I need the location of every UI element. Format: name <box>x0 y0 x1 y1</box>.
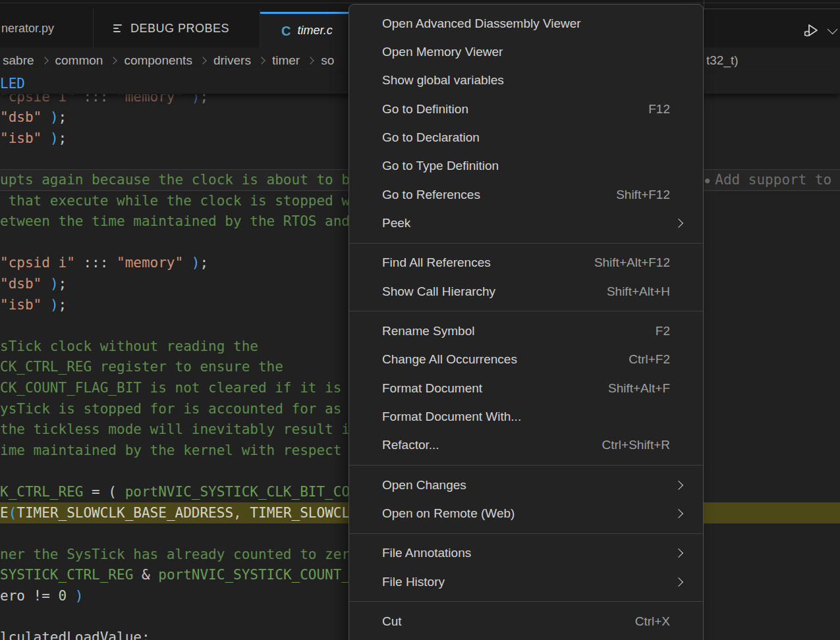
menu-item-shortcut: F12 <box>648 102 685 117</box>
menu-separator <box>349 601 703 602</box>
menu-item-cut[interactable]: CutCtrl+X <box>349 607 703 635</box>
menu-item-label: Format Document <box>382 381 608 396</box>
menu-item-go-to-references[interactable]: Go to ReferencesShift+F12 <box>349 180 703 209</box>
menu-item-label: Find All References <box>382 255 594 270</box>
menu-item-show-global-variables[interactable]: Show global variables <box>349 67 703 95</box>
menu-item-rename-symbol[interactable]: Rename SymbolF2 <box>349 317 703 345</box>
menu-item-go-to-declaration[interactable]: Go to Declaration <box>349 123 703 151</box>
editor-actions <box>801 20 835 41</box>
chevron-right-icon <box>199 57 206 64</box>
menu-item-go-to-type-definition[interactable]: Go to Type Definition <box>349 152 703 180</box>
code-line: CK_COUNT_FLAG_BIT is not cleared if it i… <box>0 378 341 399</box>
menu-item-peek[interactable]: Peek <box>349 209 703 237</box>
tab-label: nerator.py <box>1 22 54 36</box>
breadcrumb-symbol-fragment: t32_t) <box>706 47 739 74</box>
menu-item-label: Go to Declaration <box>382 130 685 145</box>
code-line: upts again because the clock is about to… <box>0 170 350 191</box>
menu-item-label: Show global variables <box>382 73 685 88</box>
debug-play-icon <box>802 22 820 39</box>
code-line: lculatedLoadValue; <box>0 627 150 640</box>
chevron-right-icon <box>110 57 117 64</box>
menu-item-label: Go to Definition <box>382 102 648 117</box>
code-line: SYSTICK_CTRL_REG & portNVIC_SYSTICK_COUN… <box>0 565 350 586</box>
menu-item-open-changes[interactable]: Open Changes <box>349 471 703 499</box>
tab-label: DEBUG PROBES <box>130 22 229 36</box>
tab-timer-c[interactable]: C timer.c <box>260 12 359 47</box>
panel-corner-border-horizontal <box>704 9 840 9</box>
menu-item-label: Format Document With... <box>382 410 685 424</box>
menu-item-refactor[interactable]: Refactor...Ctrl+Shift+R <box>349 431 703 460</box>
code-line: that execute while the clock is stopped … <box>0 191 350 212</box>
panel-corner-border-vertical <box>704 0 704 9</box>
menu-item-label: Cut <box>382 614 635 629</box>
code-line: CK_CTRL_REG register to ensure the <box>0 357 283 378</box>
menu-item-label: Go to Type Definition <box>382 159 685 173</box>
menu-item-find-all-references[interactable]: Find All ReferencesShift+Alt+F12 <box>349 249 703 277</box>
blame-bullet-icon: ● <box>705 176 710 185</box>
code-line: the tickless mode will inevitably result… <box>0 419 350 440</box>
tab-label: timer.c <box>297 24 332 38</box>
blame-text: Add support to <box>715 172 831 188</box>
menu-item-label: Open Advanced Diassembly Viewer <box>382 16 685 31</box>
vscode-window: "cpsie i" ::: "memory" );"dsb" );"isb" )… <box>0 0 840 640</box>
code-line: ime maintained by the kernel with respec… <box>0 440 341 462</box>
menu-item-show-call-hierarchy[interactable]: Show Call HierarchyShift+Alt+H <box>349 277 703 306</box>
c-file-icon: C <box>281 24 291 38</box>
menu-item-label: Open on Remote (Web) <box>382 506 685 521</box>
menu-item-go-to-definition[interactable]: Go to DefinitionF12 <box>349 95 703 123</box>
tab-debug-probes[interactable]: DEBUG PROBES <box>94 9 260 47</box>
menu-separator <box>349 243 703 244</box>
inline-blame-hint: ●Add support to <box>705 170 831 191</box>
list-icon <box>113 24 123 32</box>
menu-item-format-document-with[interactable]: Format Document With... <box>349 402 703 431</box>
menu-item-shortcut: Shift+F12 <box>616 188 685 202</box>
code-line: K_CTRL_REG = ( portNVIC_SYSTICK_CLK_BIT_… <box>0 482 350 503</box>
code-line: ero != 0 ) <box>0 586 83 607</box>
code-line: "cpsid i" ::: "memory" ); <box>0 253 208 274</box>
breadcrumb-item-sabre[interactable]: sabre <box>3 53 34 68</box>
menu-item-shortcut: Ctrl+X <box>635 614 685 629</box>
breadcrumb-item-common[interactable]: common <box>55 53 103 68</box>
menu-separator <box>349 533 703 534</box>
breadcrumb-item-drivers[interactable]: drivers <box>213 53 251 68</box>
sticky-symbol: LED <box>0 76 25 92</box>
code-line: etween the time maintained by the RTOS a… <box>0 211 350 232</box>
menu-item-file-annotations[interactable]: File Annotations <box>349 539 703 568</box>
menu-item-label: Open Memory Viewer <box>382 45 685 59</box>
code-line: sTick clock without reading the <box>0 336 258 358</box>
menu-item-open-memory-viewer[interactable]: Open Memory Viewer <box>349 38 703 66</box>
menu-item-format-document[interactable]: Format DocumentShift+Alt+F <box>349 374 703 402</box>
code-line: "isb" ); <box>0 128 67 149</box>
menu-item-shortcut: Shift+Alt+H <box>607 284 685 299</box>
breadcrumb-item-timer[interactable]: timer <box>272 53 300 68</box>
menu-separator <box>349 465 703 466</box>
menu-item-label: Rename Symbol <box>382 324 656 338</box>
menu-item-open-on-remote-web[interactable]: Open on Remote (Web) <box>349 499 703 527</box>
menu-item-open-advanced-diassembly-viewer[interactable]: Open Advanced Diassembly Viewer <box>349 9 703 38</box>
tab-generator-py[interactable]: nerator.py <box>0 9 94 47</box>
context-menu: Open Advanced Diassembly ViewerOpen Memo… <box>349 4 704 640</box>
menu-item-label: File Annotations <box>382 546 685 560</box>
menu-item-label: Open Changes <box>382 478 685 493</box>
debug-run-button[interactable] <box>801 20 821 40</box>
code-line: "dsb" ); <box>0 107 67 128</box>
menu-item-label: Peek <box>382 216 685 230</box>
chevron-right-icon <box>41 57 48 64</box>
menu-separator <box>349 311 703 311</box>
menu-item-shortcut: Ctrl+Shift+R <box>602 438 685 452</box>
menu-item-file-history[interactable]: File History <box>349 568 703 596</box>
breadcrumb-item-source[interactable]: so <box>321 53 334 68</box>
chevron-right-icon <box>258 57 265 64</box>
code-line: ner the SysTick has already counted to z… <box>0 545 350 566</box>
chevron-right-icon <box>306 57 314 64</box>
menu-item-shortcut: Ctrl+F2 <box>629 352 685 367</box>
menu-item-label: Show Call Hierarchy <box>382 284 607 299</box>
code-line: E(TIMER_SLOWCLK_BASE_ADDRESS, TIMER_SLOW… <box>0 503 350 524</box>
menu-item-label: File History <box>382 575 685 589</box>
menu-item-shortcut: Shift+Alt+F12 <box>594 255 685 270</box>
code-line: "dsb" ); <box>0 274 67 295</box>
breadcrumb-item-components[interactable]: components <box>124 53 192 68</box>
menu-item-shortcut: Shift+Alt+F <box>608 381 685 396</box>
menu-item-change-all-occurrences[interactable]: Change All OccurrencesCtrl+F2 <box>349 346 703 374</box>
menu-item-label: Change All Occurrences <box>382 352 629 367</box>
